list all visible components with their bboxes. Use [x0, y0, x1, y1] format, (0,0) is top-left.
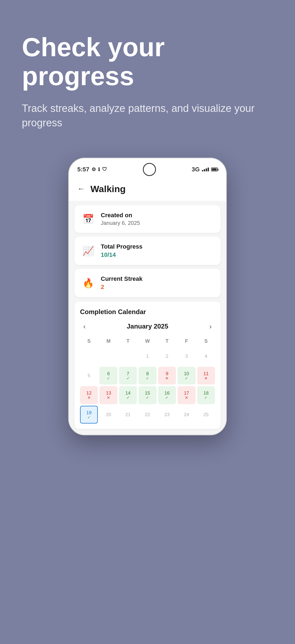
back-button[interactable]: ←	[77, 184, 85, 193]
time-display: 5:57	[77, 166, 89, 173]
cards-section: 📅 Created on January 6, 2025 📈 Total Pro…	[69, 201, 226, 302]
cal-day-21[interactable]: 21	[119, 406, 137, 424]
calendar-title: Completion Calendar	[80, 308, 215, 316]
cal-day-12[interactable]: 12 ✕	[80, 386, 98, 404]
created-on-card: 📅 Created on January 6, 2025	[75, 205, 220, 233]
cal-day-14[interactable]: 14 ✓	[119, 386, 137, 404]
cal-day-20[interactable]: 20	[99, 406, 117, 424]
calendar-icon: 📅	[82, 213, 94, 224]
current-streak-label: Current Streak	[101, 275, 143, 282]
hero-title: Check your progress	[22, 33, 273, 90]
cal-day-7[interactable]: 7 ✓	[119, 367, 137, 384]
progress-icon: 📈	[82, 245, 94, 256]
current-streak-value: 2	[101, 284, 143, 291]
day-empty	[80, 347, 98, 365]
total-progress-value: 10/14	[101, 251, 142, 258]
cal-day-17[interactable]: 17 ✕	[178, 386, 195, 404]
cal-day-8[interactable]: 8 ✓	[138, 367, 156, 384]
current-streak-content: Current Streak 2	[101, 275, 143, 291]
phone-container: 5:57 ⚙ ℹ 🛡 3G ← Walk	[0, 147, 295, 436]
info-icon: ℹ	[98, 166, 100, 172]
cal-day-2[interactable]: 2	[158, 347, 176, 365]
next-month-button[interactable]: ›	[206, 321, 215, 332]
cal-day-24[interactable]: 24	[178, 406, 195, 424]
cal-day-6[interactable]: 6 ✓	[99, 367, 117, 384]
cal-day-1[interactable]: 1	[138, 347, 156, 365]
cal-day-15[interactable]: 15 ✓	[138, 386, 156, 404]
cal-day-10[interactable]: 10 ✓	[178, 367, 195, 384]
cal-day-23[interactable]: 23	[158, 406, 176, 424]
cal-day-13[interactable]: 13 ✕	[99, 386, 117, 404]
day-empty	[99, 347, 117, 365]
camera-dot	[143, 163, 156, 176]
cal-day-16[interactable]: 16 ✓	[158, 386, 176, 404]
created-on-value: January 6, 2025	[101, 220, 140, 226]
fire-icon: 🔥	[82, 278, 94, 288]
phone-content: 📅 Created on January 6, 2025 📈 Total Pro…	[69, 201, 226, 435]
phone-frame: 5:57 ⚙ ℹ 🛡 3G ← Walk	[68, 158, 227, 436]
status-left: 5:57 ⚙ ℹ 🛡	[77, 166, 107, 173]
current-streak-card: 🔥 Current Streak 2	[75, 269, 220, 297]
page-title: Walking	[90, 184, 126, 194]
day-header-thu: T	[158, 337, 176, 346]
day-header-wed: W	[138, 337, 156, 346]
day-header-fri: F	[178, 337, 195, 346]
cal-day-25[interactable]: 25	[197, 406, 215, 424]
shield-icon: 🛡	[102, 166, 107, 172]
cal-day-4[interactable]: 4	[197, 347, 215, 365]
cal-day-19[interactable]: 19 ✓	[80, 406, 98, 424]
hero-subtitle: Track streaks, analyze patterns, and vis…	[22, 101, 273, 130]
app-header: ← Walking	[69, 178, 226, 201]
signal-icon	[202, 168, 209, 171]
day-header-tue: T	[119, 337, 137, 346]
month-label: January 2025	[127, 323, 168, 330]
cal-day-3[interactable]: 3	[178, 347, 195, 365]
cal-day-18[interactable]: 18 ✓	[197, 386, 215, 404]
cal-day-5[interactable]: 5	[80, 367, 98, 384]
total-progress-card: 📈 Total Progress 10/14	[75, 237, 220, 265]
status-right: 3G	[192, 166, 218, 173]
total-progress-content: Total Progress 10/14	[101, 243, 142, 258]
cal-day-11[interactable]: 11 ✕	[197, 367, 215, 384]
day-empty	[119, 347, 137, 365]
calendar-grid: S M T W T F S 1 2 3 4 5	[80, 337, 215, 424]
day-header-sun: S	[80, 337, 98, 346]
battery-icon	[211, 168, 218, 171]
hero-section: Check your progress Track streaks, analy…	[0, 0, 295, 147]
day-header-sat: S	[197, 337, 215, 346]
cal-day-9[interactable]: 9 ✕	[158, 367, 176, 384]
total-progress-label: Total Progress	[101, 243, 142, 250]
network-label: 3G	[192, 166, 200, 173]
prev-month-button[interactable]: ‹	[80, 321, 89, 332]
calendar-nav: ‹ January 2025 ›	[80, 321, 215, 332]
status-bar: 5:57 ⚙ ℹ 🛡 3G	[69, 159, 226, 178]
day-header-mon: M	[99, 337, 117, 346]
created-on-content: Created on January 6, 2025	[101, 212, 140, 226]
created-on-label: Created on	[101, 212, 140, 219]
cal-day-22[interactable]: 22	[138, 406, 156, 424]
settings-icon: ⚙	[92, 166, 96, 172]
calendar-section: Completion Calendar ‹ January 2025 › S M…	[75, 302, 220, 429]
